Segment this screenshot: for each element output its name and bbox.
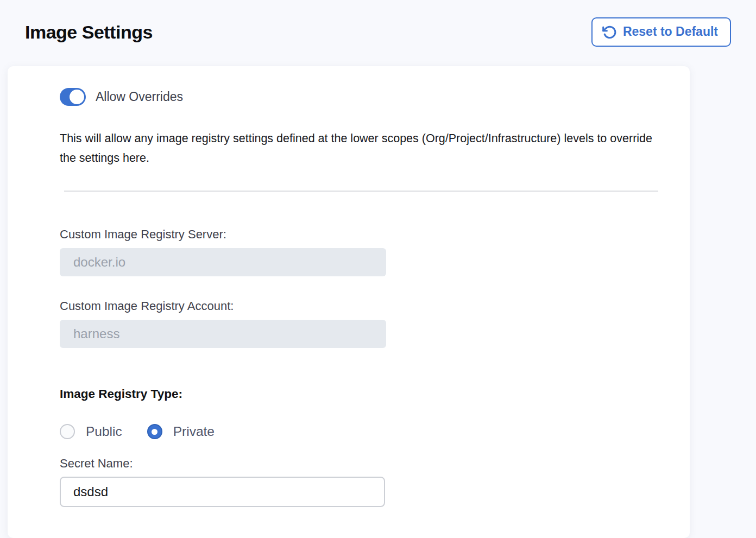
radio-selected-icon[interactable] — [147, 424, 162, 439]
allow-overrides-row: Allow Overrides — [60, 88, 690, 106]
page-title: Image Settings — [25, 22, 153, 43]
reset-button-label: Reset to Default — [623, 24, 718, 40]
allow-overrides-label: Allow Overrides — [96, 90, 183, 104]
registry-type-label: Image Registry Type: — [60, 387, 690, 401]
radio-public-label: Public — [86, 424, 122, 439]
allow-overrides-toggle[interactable] — [60, 88, 86, 106]
page-header: Image Settings Reset to Default — [0, 0, 756, 48]
secret-name-input[interactable] — [60, 477, 385, 507]
reset-ccw-icon — [602, 25, 617, 40]
radio-option-public[interactable]: Public — [60, 424, 122, 439]
overrides-description: This will allow any image registry setti… — [60, 129, 667, 168]
toggle-knob-icon — [70, 90, 84, 104]
radio-option-private[interactable]: Private — [147, 424, 215, 439]
reset-to-default-button[interactable]: Reset to Default — [591, 17, 731, 47]
radio-private-label: Private — [173, 424, 215, 439]
registry-type-radio-group: Public Private — [60, 424, 690, 439]
radio-unselected-icon[interactable] — [60, 424, 75, 439]
registry-account-input[interactable] — [60, 320, 386, 348]
registry-server-label: Custom Image Registry Server: — [60, 227, 690, 242]
section-divider — [64, 191, 658, 192]
registry-account-label: Custom Image Registry Account: — [60, 299, 690, 313]
secret-name-label: Secret Name: — [60, 457, 690, 471]
image-settings-card: Allow Overrides This will allow any imag… — [8, 66, 690, 538]
registry-server-input[interactable] — [60, 248, 386, 276]
